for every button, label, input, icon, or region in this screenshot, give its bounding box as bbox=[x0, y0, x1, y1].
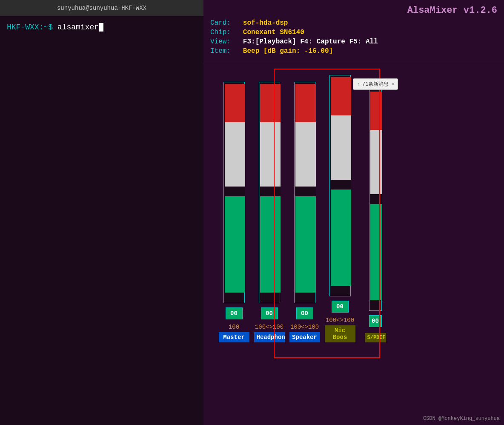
master-seg-green bbox=[225, 196, 245, 293]
chip-label: Chip: bbox=[210, 29, 231, 36]
micboost-seg-white bbox=[331, 115, 351, 180]
master-channel-btn[interactable]: Master bbox=[219, 332, 249, 342]
notification-popup: ↑ 71条新消息 × bbox=[353, 78, 398, 90]
spdif-seg-empty bbox=[370, 194, 382, 204]
spdif-seg-green bbox=[370, 204, 382, 300]
spdif-seg-white bbox=[370, 130, 382, 194]
micboost-level: 100<>100 bbox=[326, 317, 354, 324]
alsamixer-header: AlsaMixer v1.2.6 Card: sof-hda-dsp Chip:… bbox=[203, 0, 504, 62]
spdif-value-box: 00 bbox=[369, 315, 382, 327]
channel-master: 00 100 Master bbox=[218, 82, 250, 342]
master-fader[interactable] bbox=[223, 82, 245, 303]
speaker-value: 00 bbox=[301, 310, 308, 317]
headphone-seg-red bbox=[260, 84, 281, 122]
micboost-value-box: 00 bbox=[332, 301, 349, 313]
headphone-level: 100<>100 bbox=[255, 324, 284, 330]
micboost-channel-btn[interactable]: Mic Boos bbox=[325, 325, 355, 342]
headphone-seg-green bbox=[260, 196, 281, 293]
spdif-channel-btn[interactable]: S/PDIF bbox=[365, 333, 386, 342]
spdif-vol-bar bbox=[370, 92, 382, 300]
headphone-seg-white bbox=[260, 122, 281, 187]
headphone-seg-empty bbox=[260, 187, 281, 196]
info-item: Item: Beep [dB gain: -16.00] bbox=[210, 47, 497, 55]
master-seg-empty bbox=[225, 187, 245, 196]
speaker-vol-bar bbox=[295, 84, 316, 293]
card-value: sof-hda-dsp bbox=[243, 19, 288, 27]
micboost-seg-red bbox=[331, 77, 351, 115]
info-view: View: F3:[Playback] F4: Capture F5: All bbox=[210, 38, 497, 46]
terminal-prompt: HKF-WXX:~$ bbox=[7, 23, 57, 32]
channel-micboost: 00 100<>100 Mic Boos bbox=[324, 75, 356, 342]
cursor bbox=[99, 23, 103, 32]
card-label: Card: bbox=[210, 19, 231, 27]
info-chip: Chip: Conexant SN6140 bbox=[210, 29, 497, 36]
speaker-value-box: 00 bbox=[296, 307, 313, 319]
master-vol-bar bbox=[225, 84, 245, 293]
alsamixer-title: AlsaMixer v1.2.6 bbox=[210, 5, 497, 16]
terminal-titlebar: sunyuhua@sunyuhua-HKF-WXX bbox=[0, 0, 203, 16]
headphone-value-box: 00 bbox=[261, 307, 278, 319]
master-value: 00 bbox=[230, 310, 238, 317]
speaker-fader[interactable] bbox=[294, 82, 315, 303]
channel-speaker: 00 100<>100 Speaker bbox=[289, 82, 321, 342]
micboost-seg-green bbox=[331, 190, 351, 286]
terminal-body: HKF-WXX:~$ alsamixer bbox=[0, 16, 203, 38]
headphone-value: 00 bbox=[266, 310, 273, 317]
micboost-value: 00 bbox=[336, 303, 344, 310]
master-value-box: 00 bbox=[226, 307, 243, 319]
channel-spdif: 00 S/PDIF bbox=[359, 89, 391, 342]
micboost-seg-empty bbox=[331, 180, 351, 190]
master-seg-white bbox=[225, 122, 245, 187]
micboost-fader[interactable] bbox=[329, 75, 351, 296]
channels-row: ↑ 71条新消息 × 00 100 Master bbox=[208, 71, 401, 347]
spdif-seg-red bbox=[370, 92, 382, 130]
spdif-value: 00 bbox=[372, 318, 379, 324]
info-card: Card: sof-hda-dsp bbox=[210, 19, 497, 27]
speaker-level: 100<>100 bbox=[290, 324, 319, 330]
footer-credit: CSDN @MonkeyKing_sunyuhua bbox=[423, 416, 500, 422]
notification-text: 71条新消息 bbox=[362, 80, 389, 88]
terminal-command: alsamixer bbox=[57, 23, 99, 32]
notification-arrow: ↑ bbox=[357, 82, 360, 87]
item-value: Beep [dB gain: -16.00] bbox=[243, 47, 333, 55]
chip-value: Conexant SN6140 bbox=[243, 29, 304, 36]
view-value: F3:[Playback] F4: Capture F5: All bbox=[243, 38, 378, 46]
spdif-fader[interactable] bbox=[369, 89, 382, 311]
view-label: View: bbox=[210, 38, 231, 46]
alsamixer-panel: AlsaMixer v1.2.6 Card: sof-hda-dsp Chip:… bbox=[203, 0, 504, 425]
speaker-channel-btn[interactable]: Speaker bbox=[289, 332, 320, 342]
terminal-title: sunyuhua@sunyuhua-HKF-WXX bbox=[57, 5, 146, 11]
micboost-vol-bar bbox=[331, 77, 351, 286]
speaker-seg-red bbox=[295, 84, 316, 122]
channel-headphone: 00 100<>100 Headphon bbox=[253, 82, 285, 342]
master-seg-red bbox=[225, 84, 245, 122]
speaker-seg-empty bbox=[295, 187, 316, 196]
notification-close[interactable]: × bbox=[391, 82, 394, 87]
headphone-vol-bar bbox=[260, 84, 281, 293]
mixer-area: ↑ 71条新消息 × 00 100 Master bbox=[203, 62, 504, 355]
speaker-seg-white bbox=[295, 122, 316, 187]
master-level: 100 bbox=[229, 324, 239, 330]
headphone-channel-btn[interactable]: Headphon bbox=[254, 332, 285, 342]
terminal-panel: sunyuhua@sunyuhua-HKF-WXX HKF-WXX:~$ als… bbox=[0, 0, 203, 425]
speaker-seg-green bbox=[295, 196, 316, 293]
item-label: Item: bbox=[210, 47, 231, 55]
headphone-fader[interactable] bbox=[259, 82, 280, 303]
